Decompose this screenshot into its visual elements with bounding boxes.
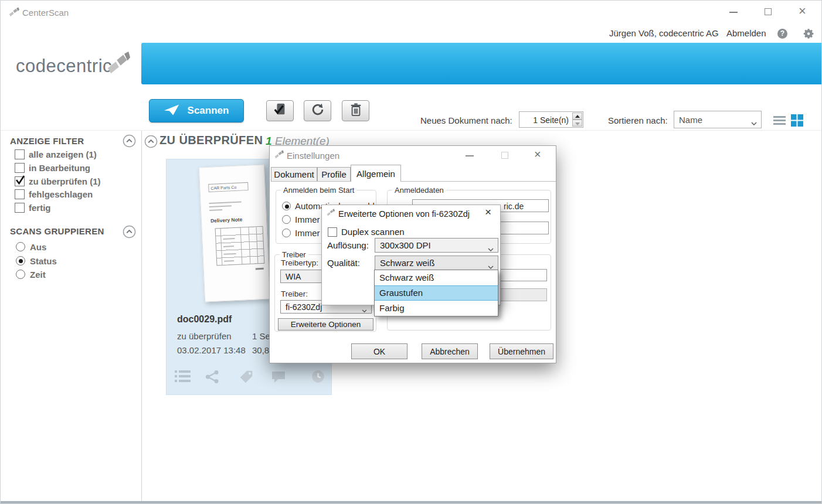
table-column-line xyxy=(249,227,251,264)
window-bottom-strip xyxy=(1,501,822,504)
delete-button[interactable] xyxy=(342,100,369,121)
quality-option-farbig[interactable]: Farbig xyxy=(375,301,498,316)
login-radio-ask[interactable] xyxy=(282,229,291,237)
sort-select[interactable]: Name xyxy=(674,111,762,128)
pages-stepper[interactable]: 1 Seite(n) xyxy=(519,111,583,128)
group-section-title: SCANS GRUPPIEREN xyxy=(10,226,104,236)
up-arrow-icon xyxy=(575,115,580,118)
group-label-status[interactable]: Status xyxy=(30,256,57,266)
checkmark-icon xyxy=(15,175,25,188)
group-collapse-button[interactable] xyxy=(123,225,136,241)
quality-dropdown-list: Schwarz weiß Graustufen Farbig xyxy=(374,270,498,316)
tag-icon[interactable] xyxy=(239,369,254,387)
advanced-options-button[interactable]: Erweiterte Optionen xyxy=(278,318,373,331)
resolution-value: 300x300 DPI xyxy=(380,240,431,250)
ok-button[interactable]: OK xyxy=(351,343,407,359)
group-radio-off[interactable] xyxy=(16,242,25,251)
document-check-icon xyxy=(273,103,287,119)
driver-type-label: Treibertyp: xyxy=(281,258,318,267)
filter-checkbox-all[interactable] xyxy=(15,149,25,159)
duplex-checkbox[interactable] xyxy=(328,227,337,237)
resolution-select[interactable]: 300x300 DPI xyxy=(375,238,498,253)
duplex-label[interactable]: Duplex scannen xyxy=(341,227,405,237)
quality-value: Schwarz weiß xyxy=(380,258,434,268)
list-view-button[interactable] xyxy=(773,116,786,128)
chevron-down-icon xyxy=(488,244,494,254)
close-button[interactable]: × xyxy=(799,5,806,18)
thumbnail-text-line xyxy=(209,205,232,207)
group-label-off[interactable]: Aus xyxy=(30,242,46,252)
scan-button[interactable]: Scannen xyxy=(149,99,244,122)
section-collapse-button[interactable] xyxy=(144,135,158,151)
driver-type-value: WIA xyxy=(286,272,301,281)
section-title: ZU ÜBERPRÜFEN xyxy=(159,134,263,147)
history-icon[interactable] xyxy=(311,369,325,386)
group-radio-status[interactable] xyxy=(16,256,25,265)
quality-option-schwarz-weiss[interactable]: Schwarz weiß xyxy=(375,270,498,285)
credentials-group-title: Anmeldedaten xyxy=(392,186,446,195)
apply-button[interactable]: Übernehmen xyxy=(490,343,553,359)
filter-checkbox-failed[interactable] xyxy=(15,189,25,199)
advanced-close-button[interactable]: × xyxy=(485,206,491,219)
login-radio-auto[interactable] xyxy=(282,202,291,210)
settings-maximize-button[interactable] xyxy=(501,152,508,159)
tab-dokument[interactable]: Dokument xyxy=(271,167,317,182)
filter-label-all[interactable]: alle anzeigen (1) xyxy=(29,149,97,159)
stepper-up-button[interactable] xyxy=(572,113,582,120)
gear-icon[interactable] xyxy=(803,28,815,42)
scanner-icon xyxy=(164,104,180,118)
user-name: Jürgen Voß, codecentric AG xyxy=(609,28,719,38)
filter-label-in-progress[interactable]: in Bearbeitung xyxy=(29,163,90,173)
banner xyxy=(141,43,822,84)
maximize-button[interactable] xyxy=(765,8,772,15)
document-size: 30,8 xyxy=(252,345,269,355)
new-document-label: Neues Dokument nach: xyxy=(420,115,512,125)
filter-collapse-button[interactable] xyxy=(123,134,136,150)
help-icon[interactable]: ? xyxy=(777,29,787,39)
filter-label-done[interactable]: fertig xyxy=(29,203,51,213)
scan-button-label: Scannen xyxy=(188,105,229,117)
window-title: CenterScan xyxy=(22,8,69,18)
group-label-time[interactable]: Zeit xyxy=(30,270,46,280)
quality-select[interactable]: Schwarz weiß xyxy=(375,256,498,270)
login-radio-online[interactable] xyxy=(282,215,291,224)
confirm-document-button[interactable] xyxy=(266,100,294,121)
group-radio-time[interactable] xyxy=(16,270,25,279)
advanced-dialog-title: Erweiterte Optionen von fi-6230Zdj xyxy=(338,209,470,219)
credentials-field-1-value: ric.de xyxy=(504,202,524,211)
tab-profile[interactable]: Profile xyxy=(317,167,351,182)
grid-view-button[interactable] xyxy=(791,114,803,129)
settings-close-button[interactable]: × xyxy=(534,148,541,161)
sort-label: Sortieren nach: xyxy=(608,115,668,125)
table-cell-mark xyxy=(224,253,236,255)
filter-label-failed[interactable]: fehlgeschlagen xyxy=(29,189,93,199)
settings-dialog-title: Einstellungen xyxy=(287,151,339,161)
filter-label-to-review[interactable]: zu überprüfen (1) xyxy=(29,176,101,186)
share-icon[interactable] xyxy=(205,369,220,387)
document-thumbnail[interactable]: CAR Parts Co Delivery Note xyxy=(199,165,270,302)
filter-section-title: ANZEIGE FILTER xyxy=(10,136,84,146)
quality-option-graustufen[interactable]: Graustufen xyxy=(375,285,498,301)
filter-checkbox-to-review[interactable] xyxy=(15,176,25,186)
details-icon[interactable] xyxy=(175,369,191,386)
filter-checkbox-done[interactable] xyxy=(15,203,25,213)
stepper-down-button[interactable] xyxy=(572,120,582,127)
comment-icon[interactable] xyxy=(271,370,286,386)
driver-value: fi-6230Zdj xyxy=(286,302,322,312)
tab-allgemein[interactable]: Allgemein xyxy=(351,165,401,182)
brand-logo-text: codecentric xyxy=(16,56,112,77)
down-arrow-icon xyxy=(575,122,580,125)
logout-link[interactable]: Abmelden xyxy=(726,28,766,38)
table-column-line xyxy=(256,227,259,263)
cancel-button[interactable]: Abbrechen xyxy=(422,343,478,359)
driver-group-title: Treiber xyxy=(280,250,308,259)
settings-minimize-button[interactable] xyxy=(466,155,474,156)
pages-stepper-value: 1 Seite(n) xyxy=(533,115,569,125)
trash-icon xyxy=(349,103,362,119)
centerscan-window: CenterScan × Jürgen Voß, codecentric AG … xyxy=(0,0,822,504)
brand-logo-icon xyxy=(107,50,130,79)
filter-checkbox-in-progress[interactable] xyxy=(15,163,25,173)
minimize-button[interactable] xyxy=(729,12,738,13)
advanced-dialog-icon xyxy=(327,209,335,219)
refresh-button[interactable] xyxy=(304,100,331,121)
